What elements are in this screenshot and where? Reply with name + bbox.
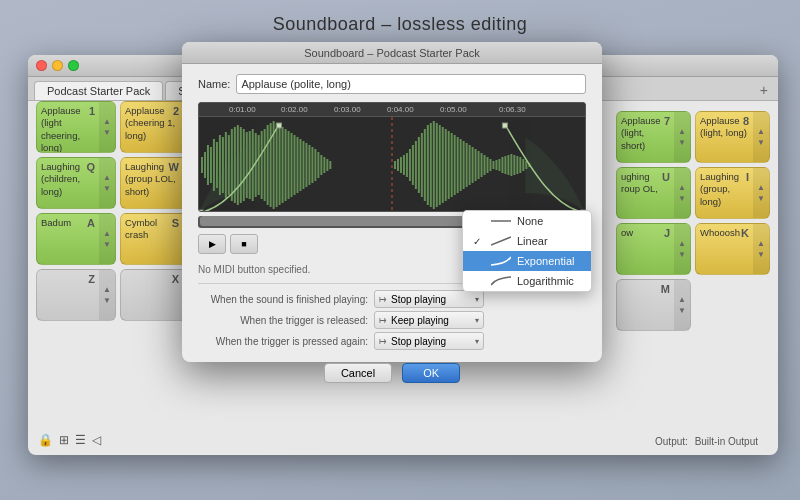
minimize-button[interactable] [52,60,63,71]
sound-cell-j[interactable]: ow J ▲▼ [616,223,691,275]
cell-arrow[interactable]: ▲ ▼ [99,102,115,152]
exponential-icon [491,256,511,266]
svg-rect-53 [415,141,417,189]
cell-arrow[interactable]: ▲▼ [674,168,690,218]
ok-button[interactable]: OK [402,363,460,383]
add-tab-button[interactable]: + [756,82,772,98]
name-input[interactable] [236,74,586,94]
setting-label-1: When the sound is finished playing: [198,294,368,305]
cell-label: Applause (cheering 1, long) [125,105,179,142]
logarithmic-icon [491,276,511,286]
linear-icon [491,236,511,246]
cell-key: 7 [664,115,670,127]
lock-icon[interactable]: 🔒 [38,433,53,447]
cell-arrow[interactable]: ▲▼ [753,224,769,274]
maximize-button[interactable] [68,60,79,71]
cell-key: M [661,283,670,295]
cell-arrow[interactable]: ▲ ▼ [99,270,115,320]
cell-arrow[interactable]: ▲ ▼ [99,158,115,208]
svg-rect-82 [501,157,503,173]
svg-rect-39 [314,149,316,181]
sound-cell-badum[interactable]: Badum A ▲ ▼ [36,213,116,265]
setting-dropdown-2[interactable]: ↦ Keep playing ▾ [374,311,484,329]
output-value: Built-in Output [695,436,758,447]
dialog-window: Soundboard – Podcast Starter Pack Name: … [182,42,602,362]
settings-section: When the sound is finished playing: ↦ St… [198,284,586,357]
cell-arrow[interactable]: ▲▼ [674,224,690,274]
dropdown-icon-2: ↦ [379,315,387,325]
svg-rect-93 [502,123,507,128]
traffic-lights [36,60,79,71]
sound-cell-applause-light[interactable]: Applause (light cheering, long) 1 ▲ ▼ [36,101,116,153]
cell-key: J [664,227,670,239]
sound-cell-8[interactable]: Applause (light, long) 8 ▲▼ [695,111,770,163]
svg-rect-55 [421,133,423,197]
right-row-2: ughing roup OL, U ▲▼ Laughing (group, lo… [616,167,770,219]
setting-dropdown-1[interactable]: ↦ Stop playing ▾ [374,290,484,308]
popup-item-exponential[interactable]: Exponential [463,251,591,271]
tab-podcast[interactable]: Podcast Starter Pack [34,81,163,100]
dropdown-value-1: Stop playing [391,294,446,305]
popup-item-none[interactable]: None [463,211,591,231]
dropdown-value-3: Stop playing [391,336,446,347]
sound-cell-u[interactable]: ughing roup OL, U ▲▼ [616,167,691,219]
svg-rect-42 [323,157,325,173]
sound-cell-7[interactable]: Applause (light, short) 7 ▲▼ [616,111,691,163]
sound-cell-laughing-children[interactable]: Laughing (children, long) Q ▲ ▼ [36,157,116,209]
cell-arrow[interactable]: ▲▼ [674,280,690,330]
svg-rect-48 [400,157,402,173]
popup-item-logarithmic[interactable]: Logarithmic [463,271,591,291]
svg-rect-72 [472,147,474,183]
svg-rect-35 [302,141,304,189]
popup-item-linear[interactable]: ✓ Linear [463,231,591,251]
cell-arrow[interactable]: ▲▼ [753,112,769,162]
svg-rect-29 [285,129,287,201]
play-button[interactable]: ▶ [198,234,226,254]
svg-rect-57 [427,125,429,205]
svg-rect-83 [504,156,506,174]
svg-rect-50 [406,153,408,177]
cell-key: I [746,171,749,183]
grid-icon[interactable]: ⊞ [59,433,69,447]
svg-rect-34 [299,139,301,191]
waveform-display[interactable] [199,117,585,212]
back-icon[interactable]: ◁ [92,433,101,447]
cell-key: 8 [743,115,749,127]
cell-key: A [87,217,95,229]
cancel-button[interactable]: Cancel [324,363,392,383]
tm-6: 0:06.30 [499,105,526,114]
right-sound-cells: Applause (light, short) 7 ▲▼ Applause (l… [616,111,770,331]
list-icon[interactable]: ☰ [75,433,86,447]
svg-rect-4 [210,147,212,183]
sound-cell-k[interactable]: Whooosh K ▲▼ [695,223,770,275]
setting-dropdown-3[interactable]: ↦ Stop playing ▾ [374,332,484,350]
svg-rect-36 [305,143,307,187]
dialog-buttons: Cancel OK [198,357,586,387]
right-row-3: ow J ▲▼ Whooosh K ▲▼ [616,223,770,275]
name-label: Name: [198,78,230,90]
svg-rect-76 [484,155,486,175]
cell-key: W [169,161,179,173]
svg-rect-1 [201,157,203,173]
tm-2: 0:02.00 [281,105,308,114]
sound-cell-z[interactable]: Z ▲ ▼ [36,269,116,321]
sound-cell-m[interactable]: M ▲▼ [616,279,691,331]
stop-icon: ■ [241,239,246,249]
cell-arrow[interactable]: ▲▼ [674,112,690,162]
right-row-1: Applause (light, short) 7 ▲▼ Applause (l… [616,111,770,163]
close-button[interactable] [36,60,47,71]
cell-arrow[interactable]: ▲▼ [753,168,769,218]
svg-rect-86 [513,155,515,175]
stop-button[interactable]: ■ [230,234,258,254]
svg-rect-77 [487,157,489,173]
cell-key: 1 [89,105,95,117]
setting-label-2: When the trigger is released: [198,315,368,326]
cell-key: Z [88,273,95,285]
svg-rect-40 [317,152,319,178]
cell-arrow[interactable]: ▲ ▼ [99,214,115,264]
svg-rect-61 [439,125,441,205]
sound-cell-i[interactable]: Laughing (group, long) I ▲▼ [695,167,770,219]
bottom-controls: 🔒 ⊞ ☰ ◁ [38,433,101,447]
svg-rect-66 [454,135,456,195]
setting-label-3: When the trigger is pressed again: [198,336,368,347]
